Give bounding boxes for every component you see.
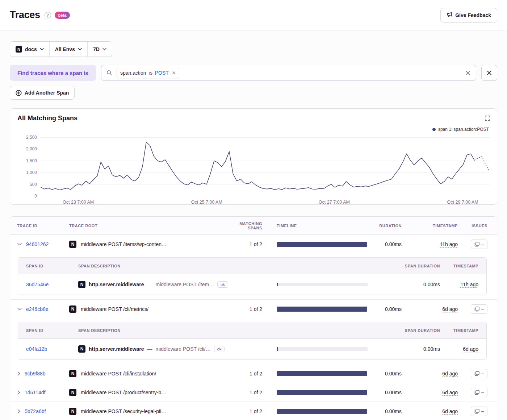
timeline-bar[interactable] [277,307,367,312]
add-another-span-button[interactable]: Add Another Span [10,86,75,100]
x-axis: Oct 23 7:00 AM Oct 25 7:00 AM Oct 27 7:0… [41,198,490,207]
trace-id-link[interactable]: 5b72a6bf [25,408,46,414]
trace-id-link[interactable]: 9cb9f88b [25,371,46,377]
give-feedback-label: Give Feedback [455,12,491,18]
nextjs-platform-icon: N [69,389,76,396]
matching-spans-count: 1 of 2 [227,390,262,395]
add-another-span-label: Add Another Span [25,90,69,96]
x-tick: Oct 27 7:00 AM [319,200,350,205]
trace-root-label: middleware POST /cli/metrics/ [81,306,148,312]
fullscreen-icon[interactable] [485,115,490,122]
traces-table-body: 94601262 N middleware POST /items/wp-con… [10,235,497,420]
project-selector-label: docs [25,46,37,52]
timeline-bar[interactable] [277,242,367,247]
chevron-down-icon[interactable] [17,308,22,311]
token-remove-icon[interactable]: ✕ [171,70,176,75]
date-range-selector[interactable]: 7D [87,42,112,57]
span-id-link[interactable]: 36d7546e [26,282,49,287]
timeline-bar[interactable] [277,390,367,395]
traces-table-header: Trace ID Trace Root Matching Spans Timel… [10,217,497,235]
issues-stack-icon [474,307,479,312]
trace-root-label: middleware POST /items/wp-conten… [81,241,167,247]
span-timeline-bar[interactable] [277,347,368,351]
y-axis: 2,500 2,000 1,500 1,000 500 0 [17,137,41,196]
timestamp-value[interactable]: 6d ago [442,390,458,395]
nextjs-platform-icon: N [69,241,76,248]
remove-span-filter-button[interactable] [481,65,497,81]
environment-selector-label: All Envs [55,46,75,52]
span-subtable: Span ID Span Description Span Duration T… [18,257,487,295]
col-timeline: Timeline [277,224,367,228]
search-token[interactable]: span.action is POST ✕ [117,68,179,78]
duration-value: 0.00ms [367,241,402,247]
legend-label: span 1: span.action:POST [438,127,489,132]
chevron-right-icon[interactable] [17,371,20,376]
chart-plot[interactable]: Oct 23 7:00 AM Oct 25 7:00 AM Oct 27 7:0… [41,137,490,207]
span-row[interactable]: e04fa12b N http.server.middleware — midd… [18,339,486,359]
filter-bar: N docs All Envs 7D [10,41,497,57]
nextjs-platform-icon: N [69,305,76,313]
trace-id-link[interactable]: e246cb8e [26,306,49,312]
chart-area: 2,500 2,000 1,500 1,000 500 0 Oct 23 7:0… [17,137,490,207]
span-timeline-bar[interactable] [277,283,368,286]
col-span-timestamp: Timestamp [440,264,478,268]
issues-button[interactable]: – [471,388,487,397]
issues-stack-icon [474,242,479,247]
timestamp-value[interactable]: 6d ago [442,371,458,377]
table-row[interactable]: 94601262 N middleware POST /items/wp-con… [10,235,497,254]
spans-line-chart [41,137,490,196]
timeline-bar[interactable] [277,371,367,376]
chevron-right-icon[interactable] [17,390,20,395]
col-span-duration: Span Duration [368,328,440,333]
x-tick: Oct 25 7:00 AM [191,200,222,205]
trace-root-label: middleware POST /cli/installation/ [81,371,156,377]
chevron-right-icon[interactable] [17,409,20,413]
col-span-description: Span Description [78,264,277,268]
table-row[interactable]: e246cb8e N middleware POST /cli/metrics/… [10,299,497,318]
duration-value: 0.00ms [367,390,402,395]
help-icon[interactable]: ? [45,12,51,18]
table-row[interactable]: 1d6114df N middleware POST /product/sent… [10,383,497,402]
issues-button[interactable]: – [471,369,487,378]
table-row[interactable]: 5b72a6bf N middleware POST /security-leg… [10,402,497,420]
give-feedback-button[interactable]: Give Feedback [440,8,497,22]
span-search-input[interactable]: span.action is POST ✕ [101,65,476,81]
col-span-timestamp: Timestamp [440,328,478,333]
nextjs-platform-icon: N [78,281,85,288]
span-description-label: middleware POST /item… [156,282,214,287]
span-timestamp-value[interactable]: 11h ago [460,282,478,287]
duration-value: 0.00ms [367,371,402,377]
top-bar: Traces ? beta Give Feedback [0,0,507,30]
issues-button[interactable]: – [471,304,487,314]
nextjs-platform-icon: N [69,408,76,415]
timeline-bar[interactable] [277,409,367,414]
span-search-row: Find traces where a span is span.action … [10,65,497,81]
span-timestamp-value[interactable]: 6d ago [463,346,478,352]
col-duration: Duration [367,224,402,228]
timestamp-value[interactable]: 6d ago [442,306,458,312]
chevron-down-icon[interactable] [17,243,22,246]
span-row[interactable]: 36d7546e N http.server.middleware — midd… [18,274,486,295]
issues-button[interactable]: – [471,240,487,249]
chevron-down-icon [78,48,82,50]
matching-spans-count: 1 of 2 [227,371,262,377]
issues-button[interactable]: – [471,407,487,416]
trace-id-link[interactable]: 94601262 [26,241,49,247]
table-row[interactable]: 9cb9f88b N middleware POST /cli/installa… [10,364,497,383]
clear-search-icon[interactable] [465,70,471,76]
y-tick: 1,000 [26,170,37,175]
timestamp-value[interactable]: 6d ago [442,408,458,414]
span-duration-value: 0.00ms [368,282,440,287]
issues-stack-icon [474,390,479,395]
span-op-label: http.server.middleware [89,346,144,352]
x-tick: Oct 23 7:00 AM [63,200,94,205]
date-range-label: 7D [93,46,100,52]
trace-id-link[interactable]: 1d6114df [25,390,45,395]
duration-value: 0.00ms [367,408,402,414]
project-selector[interactable]: N docs [10,42,49,57]
span-status-badge: ok [217,281,228,288]
timestamp-value[interactable]: 11h ago [440,241,458,247]
environment-selector[interactable]: All Envs [49,42,87,57]
token-value: POST [155,70,169,76]
span-id-link[interactable]: e04fa12b [26,346,47,352]
